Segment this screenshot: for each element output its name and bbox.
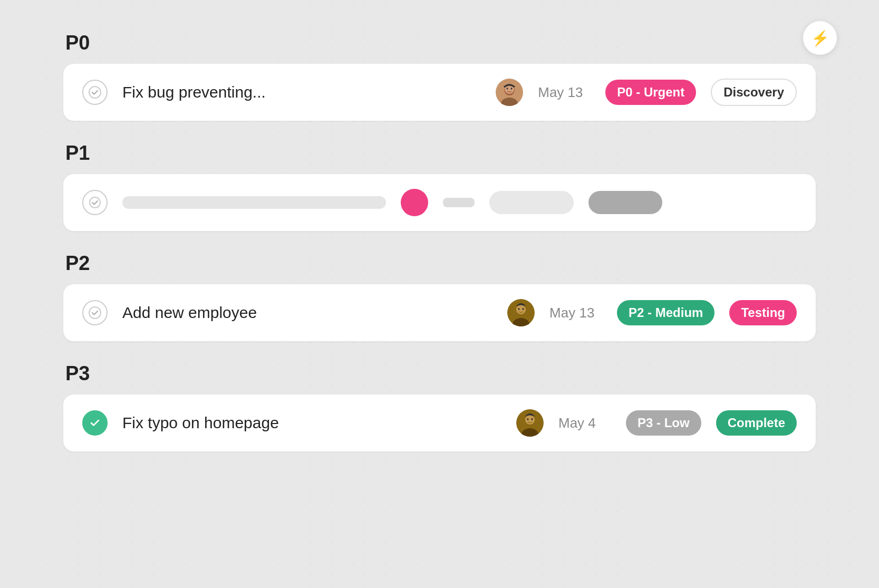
svg-point-16 — [525, 415, 535, 425]
skeleton-text — [122, 196, 386, 209]
task-title: Add new employee — [122, 304, 492, 322]
svg-point-18 — [531, 418, 533, 420]
status-badge[interactable]: Testing — [729, 300, 797, 325]
check-circle[interactable] — [82, 190, 108, 215]
lightning-button[interactable]: ⚡ — [803, 21, 837, 55]
section-label-p0: P0 — [63, 32, 816, 54]
svg-point-11 — [516, 305, 526, 314]
skeleton-avatar — [401, 189, 428, 216]
check-circle[interactable] — [82, 410, 108, 436]
section-label-p2: P2 — [63, 252, 816, 275]
section-label-p3: P3 — [63, 362, 816, 385]
task-date: May 4 — [558, 415, 611, 431]
task-card[interactable]: Fix typo on homepage May 4P3 - LowComple… — [63, 394, 816, 451]
status-badge[interactable]: Complete — [716, 410, 797, 436]
skeleton-date — [443, 198, 475, 207]
task-title: Fix bug preventing... — [122, 83, 481, 101]
svg-point-5 — [507, 88, 508, 90]
section-p2: P2Add new employee May 13P2 - MediumTest… — [63, 252, 816, 341]
svg-point-12 — [518, 308, 520, 310]
section-p0: P0Fix bug preventing... May 13P0 - Urgen… — [63, 32, 816, 121]
priority-badge[interactable]: P3 - Low — [626, 410, 701, 436]
svg-point-0 — [89, 86, 101, 98]
task-date: May 13 — [538, 84, 591, 101]
lightning-icon: ⚡ — [811, 30, 829, 47]
check-circle[interactable] — [82, 80, 108, 105]
status-badge[interactable]: Discovery — [711, 79, 797, 106]
skeleton-priority — [489, 191, 574, 214]
priority-badge[interactable]: P2 - Medium — [617, 300, 714, 325]
svg-point-17 — [527, 418, 528, 420]
priority-badge[interactable]: P0 - Urgent — [605, 80, 696, 105]
svg-point-8 — [89, 307, 101, 319]
task-title: Fix typo on homepage — [122, 414, 501, 432]
svg-point-13 — [523, 308, 524, 310]
svg-point-7 — [90, 197, 100, 208]
task-card[interactable]: Add new employee May 13P2 - MediumTestin… — [63, 284, 816, 341]
avatar — [516, 409, 544, 437]
skeleton-status — [588, 191, 662, 214]
section-label-p1: P1 — [63, 142, 816, 165]
avatar — [496, 79, 523, 106]
check-circle[interactable] — [82, 300, 108, 325]
section-p1: P1 — [63, 142, 816, 231]
task-card[interactable] — [63, 174, 816, 231]
svg-point-6 — [511, 88, 513, 90]
task-date: May 13 — [549, 305, 602, 321]
avatar — [507, 299, 535, 326]
section-p3: P3Fix typo on homepage May 4P3 - LowComp… — [63, 362, 816, 451]
task-card[interactable]: Fix bug preventing... May 13P0 - UrgentD… — [63, 64, 816, 121]
